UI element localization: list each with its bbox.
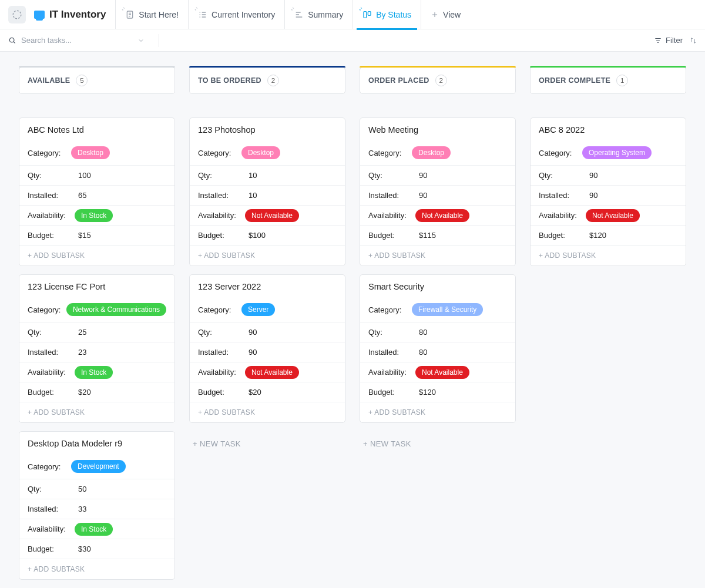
add-subtask-button[interactable]: + ADD SUBTASK xyxy=(190,402,345,422)
divider xyxy=(159,34,159,47)
label-availability: Availability: xyxy=(28,211,75,220)
value-budget: $15 xyxy=(78,231,91,240)
search-wrap xyxy=(8,34,159,47)
list-icon xyxy=(198,10,207,19)
column-header[interactable]: ORDER PLACED2 xyxy=(360,67,516,94)
column-accent xyxy=(360,66,516,68)
card-title: Web Meeting xyxy=(360,118,515,140)
task-card[interactable]: Smart SecurityCategory:Firewall & Securi… xyxy=(360,274,516,423)
label-availability: Availability: xyxy=(198,368,245,377)
page-title-wrap[interactable]: IT Inventory xyxy=(34,0,116,29)
value-qty: 50 xyxy=(78,485,86,493)
card-row-category: Category:Firewall & Security xyxy=(360,297,515,322)
task-card[interactable]: Desktop Data Modeler r9Category:Developm… xyxy=(19,431,175,580)
card-row-qty: Qty:100 xyxy=(19,165,174,185)
filter-button[interactable]: Filter xyxy=(666,36,683,45)
card-row-availability: Availability:In Stock xyxy=(19,362,174,382)
tab-by-status[interactable]: By Status xyxy=(353,0,421,29)
tab-current-inventory[interactable]: Current Inventory xyxy=(189,0,285,29)
card-row-availability: Availability:Not Available xyxy=(190,362,345,382)
search-input[interactable] xyxy=(21,36,109,45)
label-qty: Qty: xyxy=(198,328,249,337)
category-badge: Firewall & Security xyxy=(412,303,483,316)
view-tabs: Start Here! Current Inventory Summary xyxy=(116,0,471,29)
task-card[interactable]: ABC 8 2022Category:Operating SystemQty:9… xyxy=(530,117,686,266)
add-subtask-button[interactable]: + ADD SUBTASK xyxy=(360,245,515,266)
search-icon xyxy=(8,36,16,45)
column-title: AVAILABLE xyxy=(28,76,70,85)
filter-icon[interactable] xyxy=(654,36,662,45)
add-subtask-button[interactable]: + ADD SUBTASK xyxy=(19,245,174,266)
label-category: Category: xyxy=(28,305,66,314)
new-task-button[interactable]: + NEW TASK xyxy=(360,431,516,456)
label-category: Category: xyxy=(198,305,241,314)
card-row-category: Category:Desktop xyxy=(190,140,345,165)
value-installed: 90 xyxy=(419,191,427,200)
board-column-tobe: TO BE ORDERED2123 PhotoshopCategory:Desk… xyxy=(189,66,345,456)
column-header[interactable]: TO BE ORDERED2 xyxy=(189,67,345,94)
card-row-budget: Budget:$20 xyxy=(19,382,174,402)
tab-summary[interactable]: Summary xyxy=(285,0,353,29)
new-task-button[interactable]: + NEW TASK xyxy=(189,431,345,456)
task-card[interactable]: 123 PhotoshopCategory:DesktopQty:10Insta… xyxy=(189,117,345,266)
value-qty: 90 xyxy=(249,328,257,337)
column-cards: Web MeetingCategory:DesktopQty:90Install… xyxy=(360,117,516,456)
card-row-budget: Budget:$120 xyxy=(360,382,515,402)
value-installed: 33 xyxy=(78,505,86,513)
column-count: 1 xyxy=(616,75,628,86)
svg-point-4 xyxy=(9,38,14,42)
chevron-down-icon[interactable] xyxy=(137,37,145,44)
task-card[interactable]: ABC Notes LtdCategory:DesktopQty:100Inst… xyxy=(19,117,175,266)
availability-badge: Not Available xyxy=(586,209,640,222)
value-budget: $20 xyxy=(249,388,261,397)
sort-icon[interactable] xyxy=(690,37,697,44)
label-installed: Installed: xyxy=(539,191,589,200)
card-row-availability: Availability:In Stock xyxy=(19,205,174,225)
task-card[interactable]: 123 License FC PortCategory:Network & Co… xyxy=(19,274,175,423)
task-card[interactable]: Web MeetingCategory:DesktopQty:90Install… xyxy=(360,117,516,266)
card-row-category: Category:Development xyxy=(19,454,174,479)
card-row-budget: Budget:$20 xyxy=(190,382,345,402)
availability-badge: In Stock xyxy=(75,366,113,379)
label-availability: Availability: xyxy=(198,211,245,220)
value-installed: 65 xyxy=(78,191,86,200)
card-title: 123 Server 2022 xyxy=(190,275,345,297)
task-card[interactable]: 123 Server 2022Category:ServerQty:90Inst… xyxy=(189,274,345,423)
label-qty: Qty: xyxy=(28,328,78,337)
tab-add-view[interactable]: View xyxy=(421,0,471,29)
column-title: ORDER PLACED xyxy=(368,76,429,85)
card-row-availability: Availability:Not Available xyxy=(360,362,515,382)
add-subtask-button[interactable]: + ADD SUBTASK xyxy=(531,245,686,266)
card-title: Smart Security xyxy=(360,275,515,297)
column-header[interactable]: ORDER COMPLETE1 xyxy=(530,67,686,94)
card-row-qty: Qty:25 xyxy=(19,322,174,342)
card-row-installed: Installed:65 xyxy=(19,185,174,205)
board-icon xyxy=(362,10,372,19)
label-availability: Availability: xyxy=(368,368,415,377)
label-budget: Budget: xyxy=(198,388,249,397)
card-row-installed: Installed:90 xyxy=(190,342,345,362)
column-header[interactable]: AVAILABLE5 xyxy=(19,67,175,94)
card-title: ABC Notes Ltd xyxy=(19,118,174,140)
availability-badge: Not Available xyxy=(415,366,469,379)
add-subtask-button[interactable]: + ADD SUBTASK xyxy=(19,559,174,579)
label-qty: Qty: xyxy=(28,171,78,180)
add-subtask-button[interactable]: + ADD SUBTASK xyxy=(19,402,174,422)
value-budget: $100 xyxy=(249,231,266,240)
workspace-icon[interactable] xyxy=(8,6,26,23)
tab-label: By Status xyxy=(376,10,411,19)
add-subtask-button[interactable]: + ADD SUBTASK xyxy=(190,245,345,266)
label-qty: Qty: xyxy=(198,171,249,180)
label-category: Category: xyxy=(28,462,71,471)
label-budget: Budget: xyxy=(368,388,419,397)
card-row-category: Category:Server xyxy=(190,297,345,322)
value-budget: $120 xyxy=(419,388,436,397)
label-installed: Installed: xyxy=(198,191,249,200)
value-installed: 90 xyxy=(249,348,257,357)
label-qty: Qty: xyxy=(368,171,419,180)
page-title: IT Inventory xyxy=(49,9,106,21)
add-subtask-button[interactable]: + ADD SUBTASK xyxy=(360,402,515,422)
tab-start-here[interactable]: Start Here! xyxy=(116,0,189,29)
card-row-qty: Qty:80 xyxy=(360,322,515,342)
card-row-category: Category:Desktop xyxy=(360,140,515,165)
